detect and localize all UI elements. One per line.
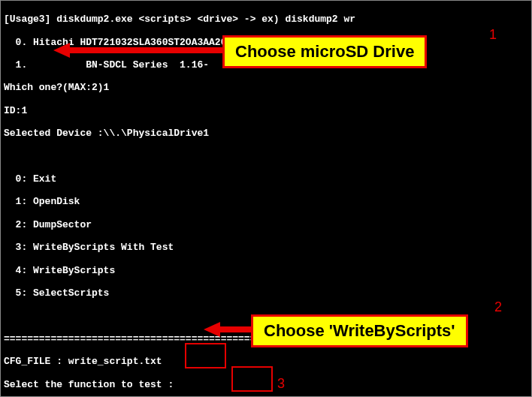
ok-box-top	[185, 343, 226, 368]
term-line: [Usage3] diskdump2.exe <scripts> <drive>…	[4, 14, 531, 25]
annotation-number-3: 3	[277, 376, 285, 392]
term-line: 1: OpenDisk	[4, 196, 531, 207]
term-line: 0: Exit	[4, 173, 531, 185]
arrow-head-1	[53, 43, 70, 58]
term-line: 3: WriteByScripts With Test	[4, 242, 531, 253]
term-line: 2: DumpSector	[4, 219, 531, 230]
callout-choose-writebyscripts: Choose 'WriteByScripts'	[251, 314, 468, 347]
annotation-number-1: 1	[489, 27, 497, 43]
callout-choose-microsd: Choose microSD Drive	[222, 35, 427, 68]
term-line	[4, 151, 531, 162]
annotation-number-2: 2	[494, 299, 502, 315]
term-line: ID:1	[4, 105, 531, 116]
term-line: Selected Device :\\.\PhysicalDrive1	[4, 128, 531, 139]
term-line: 5: SelectScripts	[4, 287, 531, 299]
term-line: Which one?(MAX:2)1	[4, 82, 531, 93]
arrow-stem-1	[68, 47, 222, 53]
arrow-stem-2	[219, 326, 251, 332]
arrow-head-2	[204, 322, 220, 337]
ok-box-bottom	[231, 366, 273, 392]
term-line: 4: WriteByScripts	[4, 265, 531, 276]
